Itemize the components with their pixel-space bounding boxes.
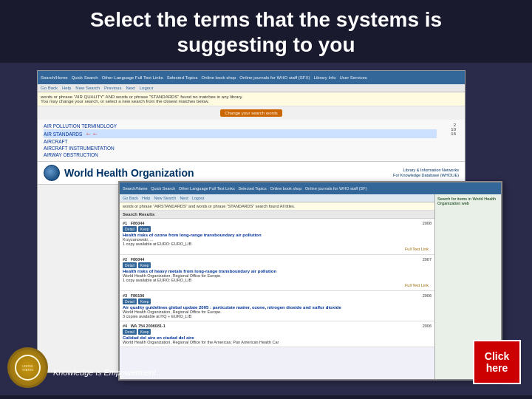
result-item-2[interactable]: AIR STANDARDS ←← [44,129,437,138]
click-here-label: Click here [474,350,519,374]
who-topbar: Search/Home Quick Search Other Language … [38,71,465,84]
who-results-right: 2 10 16 [437,123,459,158]
result2-fulltext[interactable]: Full Text Link [123,282,432,288]
who-results-list: AIR POLLUTION TERMINOLOGY AIR STANDARDS … [38,120,465,161]
who2-info-text: words or phrase "AIRSTANDARDS" and words… [123,204,295,208]
result1-btns: Detail Keep [123,226,432,232]
who2-result-4: #4 WA 754 2006081-1 2006 Detail Keep Cal… [120,321,434,347]
result-item-3[interactable]: AIRCRAFT [44,138,437,145]
result2-year: 2007 [423,257,432,262]
result-item-5[interactable]: AIRWAY OBSTRUCTION [44,151,437,158]
nav2-logout[interactable]: Logout [192,196,205,200]
who2-result-3: #3 F86106 2006 Detail Keep Air quality g… [120,291,434,321]
nav-previous[interactable]: Previous [104,86,121,90]
result4-year: 2006 [423,324,432,328]
seal-inner: UNITEDSTATES [15,355,41,381]
result1-fulltext[interactable]: Full Text Link [123,246,432,252]
result4-sub: World Health Organization, Regional Offi… [123,340,432,344]
slide-header: Select the terms that the systems is sug… [0,0,532,63]
result3-year: 2006 [423,293,432,298]
nav-logout[interactable]: Logout [140,86,153,90]
seal-text: UNITEDSTATES [22,364,33,372]
result-label-4: AIRCRAFT INSTRUMENTATION [44,146,115,151]
result-label-2: AIR STANDARDS [44,132,82,137]
result-item-4[interactable]: AIRCRAFT INSTRUMENTATION [44,145,437,151]
result4-num: #4 WA 754 2006081-1 [123,324,166,328]
nav-help[interactable]: Help [62,86,71,90]
who-nav-links: Search/Home Quick Search Other Language … [41,75,367,80]
result1-keep-btn[interactable]: Keep [138,226,151,232]
who-lib-info: Library & Information NetworksFor Knowle… [393,168,459,179]
who2-nav2: Go Back Help New Search Next Logout [120,194,434,202]
nav2-goback[interactable]: Go Back [123,196,138,200]
nav-goback[interactable]: Go Back [41,86,58,90]
result3-detail-btn[interactable]: Detail [123,299,137,304]
who2-topbar: Search/Name Quick Search Other Language … [120,183,501,194]
result3-btns: Detail Keep [123,299,432,304]
result3-keep-btn[interactable]: Keep [138,299,151,304]
university-seal: UNITEDSTATES [7,347,48,388]
result4-keep-btn[interactable]: Keep [138,329,151,335]
who-org-name: World Health Organization [64,167,194,179]
title-line2: suggesting to you [15,33,517,58]
result4-btns: Detail Keep [123,329,432,335]
nav2-help[interactable]: Help [142,196,150,200]
result-label-1: AIR POLLUTION TERMINOLOGY [44,123,117,129]
who2-infobar: words or phrase "AIRSTANDARDS" and words… [120,202,434,211]
slide-content: Search/Home Quick Search Other Language … [0,63,532,395]
result1-num: #1 F86044 [123,221,144,225]
who-screenshot-2: Search/Name Quick Search Other Language … [118,181,502,381]
who2-result-2: #2 F86044 2007 Detail Keep Health risks … [120,255,434,291]
seal-circle: UNITEDSTATES [7,347,48,388]
result3-num: #3 F86106 [123,293,144,298]
result2-num: #2 F86044 [123,257,144,262]
result-label-5: AIRWAY OBSTRUCTION [44,152,98,157]
who-globe-icon [44,165,60,181]
title-line1: Select the terms that the systems is [15,7,517,33]
who-info-sub: You may change your search, or select a … [41,99,462,103]
result3-copies: 3 copies available at HQ + EURO_LIB [123,314,432,318]
result1-detail-btn[interactable]: Detail [123,226,137,232]
nav-next[interactable]: Next [126,86,134,90]
who2-results-header: Search Results [120,211,434,219]
arrow-icon: ←← [85,130,98,137]
result2-detail-btn[interactable]: Detail [123,262,137,268]
sidebar-title: Search for items in World Health Organiz… [437,197,499,205]
who-infobar: words or phrase "AIR QUALITY" AND words … [38,92,465,106]
change-search-btn[interactable]: Change your search words [220,109,282,117]
result2-keep-btn[interactable]: Keep [138,262,151,268]
result4-detail-btn[interactable]: Detail [123,329,137,335]
nav2-newsearch[interactable]: New Search [154,196,176,200]
result2-btns: Detail Keep [123,262,432,268]
who2-nav: Search/Name Quick Search Other Language … [123,186,366,191]
who-results-cols: AIR POLLUTION TERMINOLOGY AIR STANDARDS … [44,123,459,158]
who2-result-1: #1 F86044 2008 Detail Keep Health risks … [120,219,434,255]
result-item-1[interactable]: AIR POLLUTION TERMINOLOGY [44,123,437,129]
who-results-main: AIR POLLUTION TERMINOLOGY AIR STANDARDS … [44,123,437,158]
result-label-3: AIRCRAFT [44,139,68,144]
knowledge-text: Knowledge is Empowerment... [53,368,163,377]
click-here-button[interactable]: Click here [473,340,521,384]
nav2-next[interactable]: Next [180,196,188,200]
who-nav: Go Back Help New Search Previous Next Lo… [38,84,465,92]
nav-newsearch[interactable]: New Search [75,86,100,90]
result1-year: 2008 [423,221,432,225]
